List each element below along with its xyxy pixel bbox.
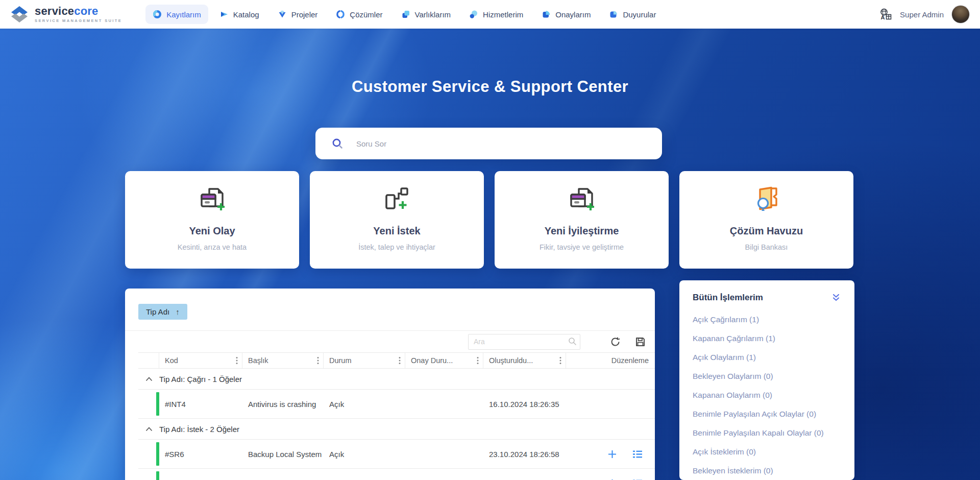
cell-kod: #INT4 — [159, 400, 242, 409]
add-action-button[interactable] — [607, 478, 617, 480]
card-subtitle: Bilgi Bankası — [745, 243, 788, 251]
cell-baslik: Backup Local System — [242, 450, 324, 459]
group-chip-label: Tip Adı — [146, 307, 169, 316]
nav-item-cozumler[interactable]: Çözümler — [329, 5, 389, 24]
hero-search-bar — [315, 128, 662, 159]
assets-icon — [401, 10, 410, 19]
group-by-chip[interactable]: Tip Adı ↑ — [138, 304, 187, 320]
table-header-row: Kod Başlık Durum Onay Duru... — [138, 352, 655, 369]
new-incident-icon — [197, 184, 228, 215]
collapse-group-icon[interactable] — [138, 427, 159, 431]
brand-name-secondary: core — [74, 5, 98, 17]
column-header-onay-durumu[interactable]: Onay Duru... — [405, 353, 483, 368]
language-translate-icon[interactable]: A — [879, 8, 892, 21]
catalog-icon — [219, 10, 229, 19]
nav-label: Varlıklarım — [415, 10, 451, 19]
ring-icon — [153, 10, 162, 19]
ask-question-input[interactable] — [356, 139, 650, 148]
user-avatar[interactable] — [951, 5, 970, 23]
sidebar-link-list: Açık Çağrılarım (1) Kapanan Çağrılarım (… — [693, 310, 841, 480]
nav-item-duyurular[interactable]: Duyurular — [602, 5, 663, 24]
card-title: Çözüm Havuzu — [730, 225, 803, 237]
cell-olusturulma: 16.10.2024 18:26:35 — [483, 400, 566, 409]
sidebar-link-acik-isteklerim[interactable]: Açık İsteklerim (0) — [693, 442, 841, 461]
nav-label: Projeler — [291, 10, 318, 19]
nav-label: Çözümler — [350, 10, 382, 19]
nav-item-projeler[interactable]: Projeler — [271, 5, 325, 24]
group-row-istek[interactable]: Tip Adı: İstek - 2 Öğeler — [138, 419, 655, 440]
nav-item-onaylarim[interactable]: Onaylarım — [534, 5, 598, 24]
sidebar-link-paylasilan-acik-olaylar[interactable]: Benimle Paylaşılan Açık Olaylar (0) — [693, 404, 841, 423]
card-cozum-havuzu[interactable]: Çözüm Havuzu Bilgi Bankası — [679, 171, 853, 269]
column-menu-icon[interactable] — [559, 356, 561, 365]
column-header-kod[interactable]: Kod — [159, 353, 242, 368]
main-nav: Kayıtlarım Katalog Proje — [145, 5, 663, 24]
user-name[interactable]: Super Admin — [900, 10, 944, 19]
nav-item-hizmetlerim[interactable]: Hizmetlerim — [462, 5, 530, 24]
navbar-right: A Super Admin — [879, 5, 970, 23]
group-by-bar: Tip Adı ↑ — [125, 289, 655, 331]
records-table-panel: Tip Adı ↑ — [125, 289, 655, 480]
table-row[interactable]: #SR4 New Employee Onboarding Açık 23.10.… — [138, 469, 655, 480]
nav-label: Kayıtlarım — [166, 10, 201, 19]
sidebar-link-acik-cagrilarim[interactable]: Açık Çağrılarım (1) — [693, 310, 841, 329]
sidebar-link-kapanan-cagrilarim[interactable]: Kapanan Çağrılarım (1) — [693, 329, 841, 348]
cell-kod: #SR6 — [159, 450, 242, 459]
brand-name-primary: service — [35, 5, 74, 17]
column-menu-icon[interactable] — [477, 356, 479, 365]
cell-durum: Açık — [324, 400, 405, 409]
brand-logo[interactable]: servicecore SERVICE MANAGEMENT SUITE — [9, 4, 122, 25]
app-root: servicecore SERVICE MANAGEMENT SUITE Kay… — [0, 0, 980, 480]
top-navbar: servicecore SERVICE MANAGEMENT SUITE Kay… — [0, 0, 980, 29]
sort-ascending-icon[interactable]: ↑ — [176, 307, 180, 316]
refresh-button[interactable] — [610, 337, 621, 347]
svg-text:A: A — [881, 14, 885, 20]
nav-label: Katalog — [233, 10, 259, 19]
nav-item-varliklarim[interactable]: Varlıklarım — [394, 5, 458, 24]
column-header-baslik[interactable]: Başlık — [242, 353, 324, 368]
sidebar-link-bekleyen-isteklerim[interactable]: Bekleyen İsteklerim (0) — [693, 461, 841, 480]
card-subtitle: Fikir, tavsiye ve geliştirme — [540, 243, 624, 251]
sidebar-link-bekleyen-olaylarim[interactable]: Bekleyen Olaylarım (0) — [693, 367, 841, 386]
column-menu-icon[interactable] — [399, 356, 401, 365]
sidebar-link-kapanan-olaylarim[interactable]: Kapanan Olaylarım (0) — [693, 386, 841, 404]
column-menu-icon[interactable] — [317, 356, 319, 365]
solution-pool-icon — [751, 184, 782, 215]
nav-item-katalog[interactable]: Katalog — [212, 5, 266, 24]
cell-durum: Açık — [324, 450, 405, 459]
group-row-cagri[interactable]: Tip Adı: Çağrı - 1 Öğeler — [138, 369, 655, 390]
card-yeni-istek[interactable]: Yeni İstek İstek, talep ve ihtiyaçlar — [310, 171, 484, 269]
table-toolbar — [125, 331, 655, 352]
nav-label: Onaylarım — [555, 10, 591, 19]
approvals-icon — [542, 10, 551, 19]
brand-tagline: SERVICE MANAGEMENT SUITE — [35, 18, 122, 23]
column-header-durum[interactable]: Durum — [324, 353, 405, 368]
add-action-button[interactable] — [607, 449, 617, 459]
column-header-duzenleme: Düzenleme — [566, 353, 655, 368]
sidebar-link-acik-olaylarim[interactable]: Açık Olaylarım (1) — [693, 348, 841, 367]
sidebar-link-paylasilan-kapali-olaylar[interactable]: Benimle Paylaşılan Kapalı Olaylar (0) — [693, 423, 841, 442]
table-row[interactable]: #INT4 Antivirus is crashing Açık 16.10.2… — [138, 390, 655, 419]
double-chevron-down-icon[interactable] — [831, 293, 841, 302]
card-subtitle: İstek, talep ve ihtiyaçlar — [358, 243, 435, 251]
nav-label: Hizmetlerim — [483, 10, 523, 19]
page-title: Customer Service & Support Center — [0, 78, 980, 96]
search-icon — [568, 337, 577, 346]
column-menu-icon[interactable] — [236, 356, 238, 365]
group-label: Tip Adı: İstek - 2 Öğeler — [159, 425, 239, 434]
cell-baslik: Antivirus is crashing — [242, 400, 324, 409]
new-improvement-icon — [567, 184, 597, 215]
table-row[interactable]: #SR6 Backup Local System Açık 23.10.2024… — [138, 440, 655, 469]
card-yeni-iyilestirme[interactable]: Yeni İyileştirme Fikir, tavsiye ve geliş… — [495, 171, 669, 269]
card-title: Yeni İstek — [373, 225, 420, 237]
column-header-expand — [138, 353, 159, 368]
save-layout-button[interactable] — [635, 337, 646, 347]
nav-item-kayitlarim[interactable]: Kayıtlarım — [145, 5, 208, 24]
search-icon — [332, 138, 343, 149]
table-search-input[interactable] — [468, 334, 580, 350]
collapse-group-icon[interactable] — [138, 377, 159, 381]
group-label: Tip Adı: Çağrı - 1 Öğeler — [159, 375, 242, 383]
column-header-olusturulma[interactable]: Oluşturuldu... — [483, 353, 566, 368]
card-yeni-olay[interactable]: Yeni Olay Kesinti, arıza ve hata — [125, 171, 299, 269]
details-list-button[interactable] — [632, 450, 643, 459]
